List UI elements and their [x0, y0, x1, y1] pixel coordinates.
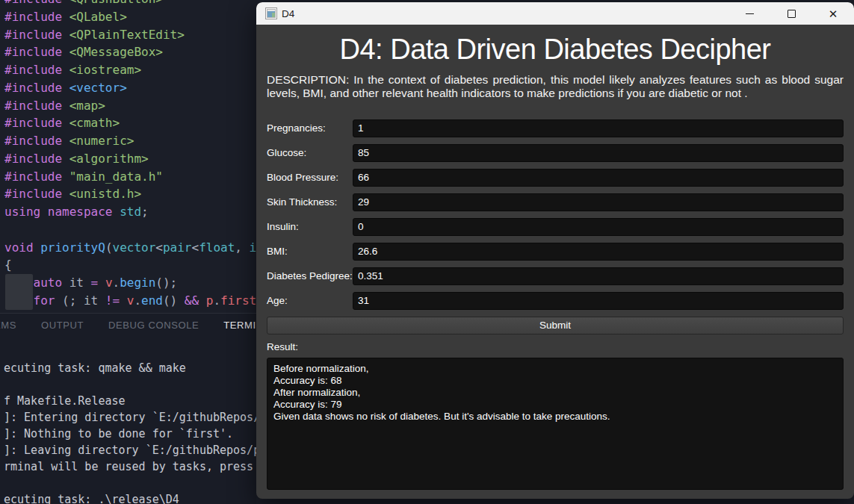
code-line: #include <map>	[4, 97, 256, 115]
terminal-line: ]: Leaving directory `E:/githubRepos/p	[4, 442, 256, 458]
code-line: #include <algorithm>	[4, 150, 256, 168]
field-row: Glucose:	[267, 144, 844, 162]
field-input-blood-pressure[interactable]	[353, 169, 844, 187]
field-input-bmi[interactable]	[353, 243, 844, 261]
field-row: Pregnancies:	[267, 119, 844, 137]
field-label: Glucose:	[267, 147, 353, 158]
field-label: BMI:	[267, 246, 353, 257]
terminal-line: ]: Entering directory `E:/githubRepos/	[4, 409, 256, 426]
panel-tab-output[interactable]: OUTPUT	[41, 320, 84, 331]
field-input-insulin[interactable]	[353, 218, 844, 236]
field-input-age[interactable]	[353, 292, 844, 310]
code-line: {	[4, 256, 256, 274]
field-row: BMI:	[267, 243, 844, 261]
panel-tab-problems[interactable]: PROBLEMS	[0, 320, 16, 331]
terminal-line	[4, 376, 256, 393]
terminal-line: f Makefile.Release	[4, 393, 256, 409]
field-row: Insulin:	[267, 218, 844, 236]
field-row: Age:	[267, 292, 844, 310]
field-label: Insulin:	[267, 221, 353, 232]
dialog-title: D4	[282, 8, 294, 19]
field-label: Pregnancies:	[267, 122, 353, 134]
panel-tab-debug-console[interactable]: DEBUG CONSOLE	[108, 320, 199, 331]
result-label: Result:	[267, 341, 844, 352]
terminal-line: ecuting task: .\release\D4	[4, 491, 256, 504]
dialog-body: D4: Data Driven Diabetes Decipher DESCRI…	[256, 34, 854, 490]
maximize-button[interactable]	[770, 2, 812, 25]
code-editor: #include <QPushButton>#include <QLabel>#…	[0, 0, 256, 313]
d4-dialog-window: D4 ✕ D4: Data Driven Diabetes Decipher D…	[256, 2, 854, 499]
panel-tab-terminal[interactable]: TERMINAL	[223, 320, 256, 331]
field-input-skin-thickness[interactable]	[353, 193, 844, 211]
code-line: #include <vector>	[4, 79, 256, 97]
field-label: Skin Thickness:	[267, 196, 353, 208]
code-line: #include <cmath>	[4, 114, 256, 132]
close-icon: ✕	[829, 8, 838, 19]
minimize-button[interactable]	[728, 2, 770, 25]
code-line	[4, 221, 256, 239]
terminal-line: ]: Nothing to be done for `first'.	[4, 426, 256, 442]
code-line: for (; it != v.end() && p.first	[4, 292, 256, 310]
terminal-line	[4, 475, 256, 491]
field-input-pregnancies[interactable]	[353, 119, 844, 137]
maximize-icon	[788, 10, 796, 18]
description-text: DESCRIPTION: In the context of diabetes …	[267, 73, 844, 101]
result-textarea[interactable]: Before normalization, Accuracy is: 68 Af…	[267, 358, 844, 490]
code-line: auto it = v.begin();	[4, 274, 256, 292]
code-line: #include <unistd.h>	[4, 185, 256, 203]
code-line: using namespace std;	[4, 203, 256, 221]
code-line: #include <QPlainTextEdit>	[4, 26, 256, 44]
terminal-line: rminal will be reused by tasks, press	[4, 458, 256, 475]
field-row: Skin Thickness:	[267, 193, 844, 211]
page-title: D4: Data Driven Diabetes Decipher	[267, 34, 844, 66]
field-input-glucose[interactable]	[353, 144, 844, 162]
minimize-icon	[746, 13, 754, 14]
terminal-output: ecuting task: qmake && make f Makefile.R…	[0, 360, 256, 504]
field-label: Age:	[267, 295, 353, 306]
code-area: #include <QPushButton>#include <QLabel>#…	[4, 0, 256, 310]
input-form: Pregnancies:Glucose:Blood Pressure:Skin …	[267, 119, 844, 310]
field-input-diabetes-pedigree[interactable]	[353, 267, 844, 285]
code-line: #include <iostream>	[4, 61, 256, 79]
dialog-titlebar: D4 ✕	[256, 2, 854, 25]
code-line: #include <numeric>	[4, 132, 256, 150]
app-window-icon	[265, 7, 277, 19]
code-line: #include "main_data.h"	[4, 168, 256, 186]
panel-tab-bar: PROBLEMSOUTPUTDEBUG CONSOLETERMINAL	[0, 314, 256, 336]
close-button[interactable]: ✕	[812, 2, 854, 25]
code-line: #include <QPushButton>	[4, 0, 256, 8]
code-line: void priorityQ(vector<pair<float, int	[4, 239, 256, 257]
field-label: Diabetes Pedigree:	[267, 270, 353, 281]
code-line: #include <QLabel>	[4, 8, 256, 26]
window-controls: ✕	[728, 2, 854, 25]
submit-button[interactable]: Submit	[267, 317, 844, 335]
terminal-line: ecuting task: qmake && make	[4, 360, 256, 376]
field-row: Diabetes Pedigree:	[267, 267, 844, 285]
field-row: Blood Pressure:	[267, 169, 844, 187]
code-line: #include <QMessageBox>	[4, 43, 256, 61]
bottom-panel: PROBLEMSOUTPUTDEBUG CONSOLETERMINAL ecut…	[0, 313, 256, 504]
field-label: Blood Pressure:	[267, 172, 353, 183]
